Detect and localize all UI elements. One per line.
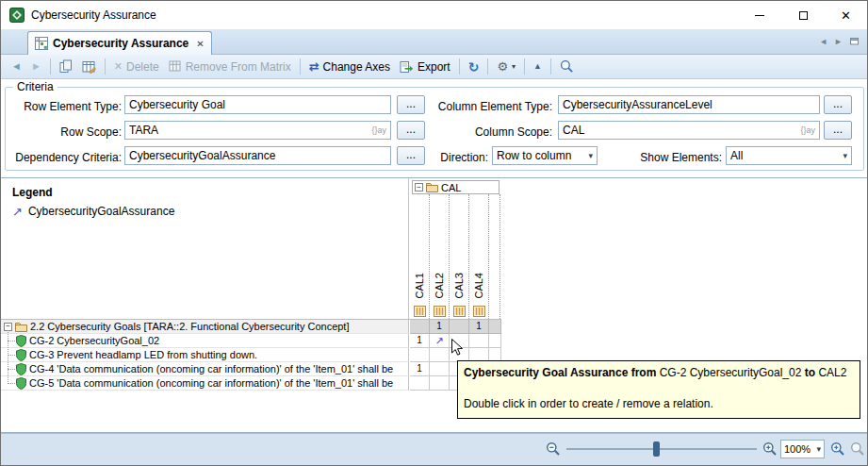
matrix-cell[interactable] bbox=[430, 376, 450, 391]
collapse-expander-icon[interactable]: − bbox=[415, 183, 423, 191]
remove-from-matrix-button[interactable]: Remove From Matrix bbox=[164, 58, 296, 75]
minimize-button[interactable] bbox=[738, 1, 781, 29]
column-scope-browse-button[interactable]: ... bbox=[824, 121, 852, 140]
matrix-cell[interactable]: 1 bbox=[430, 320, 450, 334]
direction-select[interactable]: Row to column▾ bbox=[492, 146, 598, 165]
change-axes-button[interactable]: ⇄Change Axes bbox=[304, 58, 395, 75]
toolbar-separator bbox=[105, 58, 106, 75]
row-element-type-browse-button[interactable]: ... bbox=[397, 95, 425, 114]
matrix-row-cg5[interactable]: CG-5 'Data communication (oncoming car i… bbox=[1, 376, 501, 391]
column-header-filler bbox=[489, 194, 500, 319]
show-elements-select[interactable]: All▾ bbox=[726, 146, 852, 165]
matrix-row-cg2[interactable]: CG-2 CybersecurityGoal_02 1 ↗ bbox=[1, 334, 501, 348]
maximize-button[interactable] bbox=[781, 1, 825, 29]
tree-line bbox=[8, 341, 15, 341]
back-icon: ◄ bbox=[11, 61, 22, 72]
settings-button[interactable]: ⚙▾ bbox=[492, 58, 520, 75]
row-label-cell[interactable]: CG-3 Prevent headlamp LED from shutting … bbox=[1, 348, 409, 362]
row-label: CG-5 'Data communication (oncoming car i… bbox=[29, 377, 393, 389]
matrix-cell[interactable] bbox=[430, 348, 450, 362]
column-header-cal3[interactable]: CAL3 bbox=[450, 194, 469, 319]
column-header-cal1[interactable]: CAL1 bbox=[410, 194, 430, 319]
remove-from-matrix-label: Remove From Matrix bbox=[186, 60, 291, 74]
matrix-cell[interactable] bbox=[410, 320, 430, 334]
tab-scroll-right-icon[interactable]: ► bbox=[834, 37, 843, 46]
row-element-type-input[interactable] bbox=[125, 96, 390, 113]
cal-element-icon bbox=[453, 306, 466, 317]
toolbar-separator bbox=[300, 58, 301, 75]
group-row-label-cell[interactable]: − 2.2 Cybersecurity Goals [TARA::2. Func… bbox=[1, 320, 409, 334]
matrix-cell[interactable] bbox=[410, 348, 430, 362]
column-group-header-cal[interactable]: − CAL bbox=[412, 180, 500, 194]
collapse-criteria-button[interactable]: ▲ bbox=[529, 60, 547, 73]
back-button[interactable]: ◄ bbox=[7, 59, 26, 74]
zoom-out-icon[interactable] bbox=[546, 441, 561, 457]
row-element-type-field bbox=[124, 95, 391, 114]
matrix-cell[interactable] bbox=[430, 362, 450, 376]
row-label: CG-4 'Data communication (oncoming car i… bbox=[29, 363, 393, 374]
matrix-cell[interactable]: 1 bbox=[410, 362, 430, 376]
row-scope-input[interactable] bbox=[125, 122, 371, 139]
delete-button[interactable]: ✕Delete bbox=[109, 58, 164, 75]
copy-button[interactable] bbox=[55, 58, 77, 75]
tab-scroll-left-icon[interactable]: ◄ bbox=[819, 37, 827, 46]
column-scope-input[interactable] bbox=[559, 122, 800, 139]
toolbar: ◄ ► ✕Delete Remove From Matrix ⇄Change A… bbox=[1, 55, 867, 79]
matrix-cell[interactable]: 1 bbox=[469, 320, 489, 334]
tooltip-relation-text: Cybersecurity Goal Assurance from CG-2 C… bbox=[464, 365, 854, 380]
float-window-icon[interactable] bbox=[849, 36, 860, 46]
matrix-row-cg3[interactable]: CG-3 Prevent headlamp LED from shutting … bbox=[1, 348, 501, 362]
matrix-cell[interactable] bbox=[469, 334, 489, 348]
column-label: CAL3 bbox=[453, 273, 465, 299]
matrix-group-row[interactable]: − 2.2 Cybersecurity Goals [TARA::2. Func… bbox=[1, 320, 501, 334]
matrix-cell[interactable] bbox=[410, 376, 430, 391]
table-edit-icon bbox=[82, 60, 96, 74]
matrix-cell-relation[interactable]: ↗ bbox=[430, 334, 450, 348]
search-icon bbox=[560, 59, 574, 74]
toolbar-separator bbox=[550, 58, 551, 75]
mouse-cursor bbox=[450, 338, 464, 359]
cybersecurity-goal-icon bbox=[16, 335, 26, 347]
tab-cybersecurity-assurance[interactable]: Cybersecurity Assurance ✕ bbox=[27, 31, 212, 55]
zoom-magnifier-icon[interactable] bbox=[830, 441, 845, 457]
zoom-level-select[interactable]: 100%▾ bbox=[780, 440, 825, 458]
toolbar-separator bbox=[524, 58, 525, 75]
column-element-type-browse-button[interactable]: ... bbox=[824, 95, 852, 114]
export-button[interactable]: Export bbox=[395, 58, 455, 75]
matrix-cell[interactable] bbox=[450, 320, 469, 334]
refresh-button[interactable]: ↻ bbox=[464, 58, 484, 75]
row-label-cell[interactable]: CG-4 'Data communication (oncoming car i… bbox=[1, 362, 409, 376]
matrix-row-cg4[interactable]: CG-4 'Data communication (oncoming car i… bbox=[1, 362, 501, 376]
open-table-button[interactable] bbox=[77, 58, 101, 75]
forward-button[interactable]: ► bbox=[26, 59, 46, 74]
maximize-icon bbox=[799, 11, 808, 20]
row-label-cell[interactable]: CG-2 CybersecurityGoal_02 bbox=[1, 334, 409, 348]
search-button[interactable] bbox=[555, 58, 579, 75]
fit-zoom-icon[interactable] bbox=[850, 441, 865, 457]
show-elements-label: Show Elements: bbox=[616, 148, 722, 167]
zoom-in-icon[interactable] bbox=[762, 441, 778, 457]
delete-icon: ✕ bbox=[114, 61, 123, 72]
row-label-cell[interactable]: CG-5 'Data communication (oncoming car i… bbox=[1, 376, 409, 391]
scope-type-badge-icon: {}ay bbox=[371, 125, 390, 135]
column-element-type-input[interactable] bbox=[559, 96, 819, 113]
tree-line bbox=[8, 330, 8, 384]
group-row-label: 2.2 Cybersecurity Goals [TARA::2. Functi… bbox=[30, 321, 350, 332]
tree-line bbox=[8, 355, 15, 356]
matrix-cell-filler bbox=[489, 320, 501, 334]
matrix-cell[interactable]: 1 bbox=[410, 334, 430, 348]
close-button[interactable]: ✕ bbox=[825, 1, 867, 29]
direction-value: Row to column bbox=[497, 149, 571, 162]
gear-icon: ⚙ bbox=[497, 60, 508, 73]
column-group-label: CAL bbox=[441, 182, 461, 193]
dependency-criteria-browse-button[interactable]: ... bbox=[397, 146, 425, 165]
cybersecurity-goal-icon bbox=[16, 363, 26, 375]
tab-close-icon[interactable]: ✕ bbox=[196, 39, 204, 49]
column-header-cal2[interactable]: CAL2 bbox=[430, 194, 450, 319]
dependency-criteria-input[interactable] bbox=[125, 147, 390, 164]
slider-thumb[interactable] bbox=[653, 441, 660, 457]
zoom-slider[interactable] bbox=[566, 441, 757, 457]
row-scope-browse-button[interactable]: ... bbox=[397, 121, 425, 140]
column-header-cal4[interactable]: CAL4 bbox=[469, 194, 489, 319]
relation-tooltip: Cybersecurity Goal Assurance from CG-2 C… bbox=[457, 360, 860, 419]
